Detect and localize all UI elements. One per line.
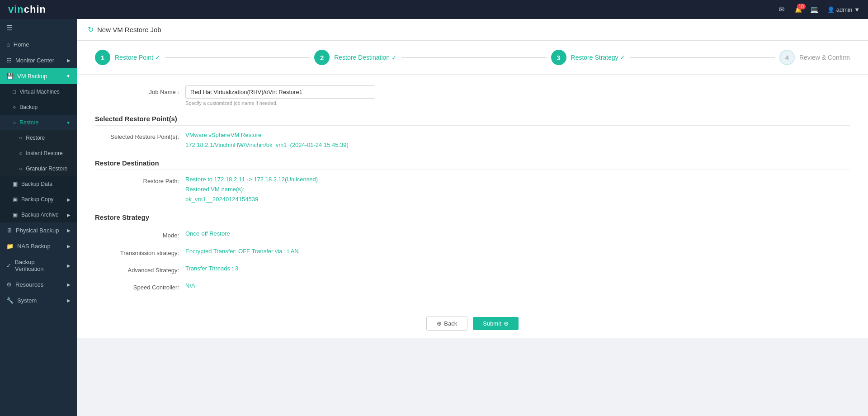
step-divider-1	[165, 57, 310, 58]
submit-label: Submit	[483, 320, 501, 327]
resources-icon: ⚙	[6, 281, 12, 288]
sidebar-label-instant-restore: Instant Restore	[26, 150, 62, 156]
monitor-arrow-icon: ▶	[67, 58, 71, 63]
sidebar-item-granular-restore[interactable]: ○ Granular Restore	[0, 161, 77, 176]
restore-path-value: Restore to 172.18.2.11 -> 172.18.2.12(Un…	[185, 175, 318, 204]
step-2-label: Restore Destination ✓	[334, 54, 397, 61]
sidebar-label-physical-backup: Physical Backup	[16, 227, 59, 234]
sidebar-label-vm-backup: VM Backup	[17, 73, 47, 80]
selected-rp-line1: VMware vSphereVM Restore	[185, 130, 349, 140]
transmission-value: Encrypted Transfer: OFF Transfer via : L…	[185, 246, 299, 256]
physical-backup-arrow-icon: ▶	[67, 228, 71, 233]
backup-verification-icon: ✓	[6, 262, 11, 269]
message-icon[interactable]: ✉	[778, 5, 787, 14]
job-name-hint: Specify a customized job name if needed.	[185, 100, 375, 106]
transmission-label: Transmission strategy:	[95, 246, 185, 256]
submit-button[interactable]: Submit ⊕	[473, 317, 518, 330]
speed-label: Speed Controller:	[95, 281, 185, 291]
sidebar-item-vm-backup[interactable]: 💾 VM Backup ▼	[0, 68, 77, 84]
sidebar-label-backup-verification: Backup Verification	[15, 259, 63, 272]
sidebar-item-nas-backup[interactable]: 📁 NAS Backup ▶	[0, 238, 77, 254]
step-1-circle: 1	[95, 50, 110, 65]
step-divider-3	[630, 57, 774, 58]
backup-verification-arrow-icon: ▶	[67, 263, 71, 268]
notification-badge: 10	[797, 4, 806, 9]
backup-data-icon: ▣	[13, 181, 18, 187]
steps-bar: 1 Restore Point ✓ 2 Restore Destination …	[77, 41, 868, 75]
step-4-circle: 4	[779, 50, 795, 65]
sidebar-item-resources[interactable]: ⚙ Resources ▶	[0, 277, 77, 293]
logo-prefix: vin	[8, 4, 24, 15]
sidebar-label-backup-data: Backup Data	[21, 181, 52, 187]
sidebar-item-instant-restore[interactable]: ○ Instant Restore	[0, 146, 77, 161]
advanced-value: Transfer Threads : 3	[185, 264, 238, 274]
section-restore-destination: Restore Destination	[95, 159, 850, 170]
notification-bell[interactable]: 🔔 10	[795, 6, 802, 13]
step-2: 2 Restore Destination ✓	[314, 50, 397, 65]
back-button[interactable]: ⊕ Back	[426, 317, 467, 331]
restore-path-row: Restore Path: Restore to 172.18.2.11 -> …	[95, 175, 850, 204]
job-name-input-wrapper: Specify a customized job name if needed.	[185, 85, 375, 106]
sidebar-item-physical-backup[interactable]: 🖥 Physical Backup ▶	[0, 222, 77, 238]
nas-backup-arrow-icon: ▶	[67, 244, 71, 249]
sidebar-item-system[interactable]: 🔧 System ▶	[0, 293, 77, 308]
user-menu[interactable]: 👤 admin ▼	[827, 6, 860, 13]
mode-label: Mode:	[95, 229, 185, 239]
restored-vm-label: Restored VM name(s):	[185, 184, 318, 194]
sidebar-label-granular-restore: Granular Restore	[26, 165, 67, 172]
back-label: Back	[444, 320, 457, 327]
sidebar: ☰ ⌂ Home ☷ Monitor Center ▶ 💾 VM Backup …	[0, 19, 77, 416]
sidebar-item-backup-data[interactable]: ▣ Backup Data	[0, 176, 77, 192]
sidebar-item-monitor[interactable]: ☷ Monitor Center ▶	[0, 52, 77, 68]
sidebar-label-restore-item: Restore	[26, 135, 45, 141]
job-name-label: Job Name :	[95, 85, 185, 95]
backup-icon: ○	[13, 104, 16, 110]
step-divider-2	[401, 57, 546, 58]
sidebar-item-backup[interactable]: ○ Backup	[0, 99, 77, 115]
sidebar-item-restore[interactable]: ○ Restore ▼	[0, 115, 77, 130]
sidebar-item-home[interactable]: ⌂ Home	[0, 37, 77, 52]
user-dropdown-icon: ▼	[854, 6, 860, 13]
mode-row: Mode: Once-off Restore	[95, 229, 850, 239]
job-name-row: Job Name : Specify a customized job name…	[95, 85, 850, 106]
selected-rp-label: Selected Restore Point(s):	[95, 130, 185, 140]
submit-icon: ⊕	[504, 320, 509, 327]
sidebar-item-restore-item[interactable]: ○ Restore	[0, 130, 77, 146]
step-2-circle: 2	[314, 50, 330, 65]
restored-vm-name: bk_vm1__20240124154539	[185, 194, 318, 204]
sidebar-toggle[interactable]: ☰	[0, 19, 77, 37]
sidebar-item-backup-verification[interactable]: ✓ Backup Verification ▶	[0, 254, 77, 277]
vm-backup-submenu: □ Virtual Machines ○ Backup ○ Restore ▼ …	[0, 84, 77, 222]
restore-item-icon: ○	[19, 135, 22, 141]
system-icon: 🔧	[6, 297, 14, 304]
system-arrow-icon: ▶	[67, 298, 71, 303]
restore-arrow-icon: ▼	[66, 120, 71, 125]
page-header: ↻ New VM Restore Job	[77, 19, 868, 41]
sidebar-item-backup-archive[interactable]: ▣ Backup Archive ▶	[0, 207, 77, 222]
monitor-icon[interactable]: 💻	[810, 5, 819, 14]
sidebar-item-virtual-machines[interactable]: □ Virtual Machines	[0, 84, 77, 99]
nas-backup-icon: 📁	[6, 243, 14, 250]
sidebar-label-system: System	[17, 297, 37, 304]
backup-copy-icon: ▣	[13, 196, 18, 203]
sidebar-label-backup-copy: Backup Copy	[21, 196, 53, 203]
form-area: Job Name : Specify a customized job name…	[77, 75, 868, 309]
step-1: 1 Restore Point ✓	[95, 50, 160, 65]
sidebar-label-virtual-machines: Virtual Machines	[19, 89, 60, 95]
vm-backup-arrow-icon: ▼	[66, 74, 71, 79]
transmission-row: Transmission strategy: Encrypted Transfe…	[95, 246, 850, 256]
restore-icon: ○	[13, 119, 16, 126]
advanced-label: Advanced Strategy:	[95, 264, 185, 274]
monitor-center-icon: ☷	[6, 57, 12, 64]
restore-header-icon: ↻	[88, 25, 94, 34]
step-4: 4 Review & Confirm	[779, 50, 850, 65]
step-3-circle: 3	[551, 50, 566, 65]
sidebar-item-backup-copy[interactable]: ▣ Backup Copy ▶	[0, 192, 77, 207]
granular-restore-icon: ○	[19, 165, 22, 172]
section-restore-points: Selected Restore Point(s)	[95, 115, 850, 126]
step-3: 3 Restore Strategy ✓	[551, 50, 626, 65]
job-name-input[interactable]	[185, 85, 375, 99]
user-icon: 👤	[827, 6, 835, 13]
sidebar-label-resources: Resources	[15, 281, 43, 288]
vm-backup-icon: 💾	[6, 73, 14, 80]
